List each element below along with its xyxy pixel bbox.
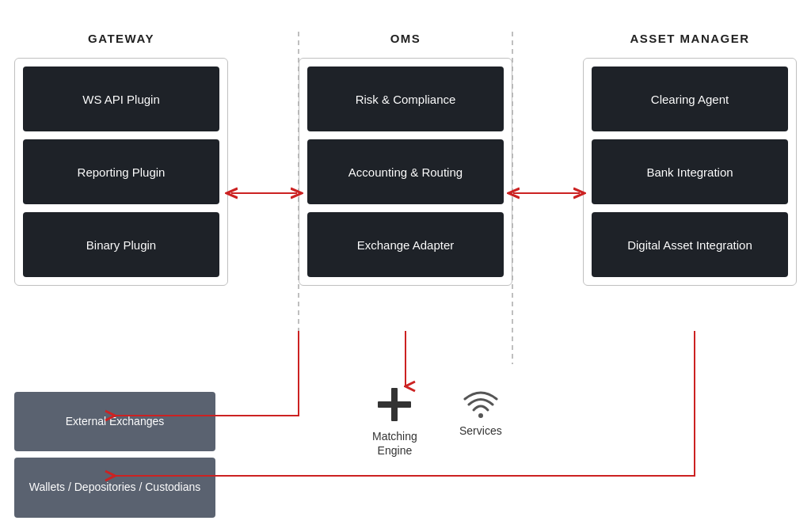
matching-engine-label2: MatchingEngine [372, 429, 417, 458]
gateway-title: GATEWAY [88, 32, 154, 45]
asset-manager-column: ASSET MANAGER Clearing Agent Bank Integr… [583, 32, 797, 286]
oms-column: OMS Risk & Compliance Accounting & Routi… [299, 32, 512, 286]
bank-integration-card: Bank Integration [592, 139, 788, 204]
columns-row: GATEWAY WS API Plugin Reporting Plugin B… [0, 0, 811, 286]
svg-point-14 [478, 413, 483, 418]
external-exchanges-card: External Exchanges [14, 392, 215, 452]
bottom-left: External Exchanges Wallets / Depositorie… [0, 392, 230, 532]
asset-manager-title: ASSET MANAGER [630, 32, 749, 45]
accounting-routing-card: Accounting & Routing [307, 139, 504, 204]
ws-api-plugin-card: WS API Plugin [23, 66, 219, 131]
gateway-column: GATEWAY WS API Plugin Reporting Plugin B… [14, 32, 228, 286]
services-label2: Services [459, 424, 502, 437]
digital-asset-card: Digital Asset Integration [592, 212, 788, 277]
services-container: Services [459, 386, 502, 437]
diagram: GATEWAY WS API Plugin Reporting Plugin B… [0, 0, 811, 532]
oms-title: OMS [390, 32, 421, 45]
reporting-plugin-card: Reporting Plugin [23, 139, 219, 204]
services-wifi-icon [463, 386, 499, 418]
bottom-right-spacer [230, 392, 459, 532]
risk-compliance-card: Risk & Compliance [307, 66, 504, 131]
matching-engine-container: MatchingEngine [372, 386, 417, 458]
asset-manager-box: Clearing Agent Bank Integration Digital … [583, 58, 797, 286]
oms-box: Risk & Compliance Accounting & Routing E… [299, 58, 512, 286]
clearing-agent-card: Clearing Agent [592, 66, 788, 131]
matching-engine-cross-icon [376, 386, 413, 423]
gateway-box: WS API Plugin Reporting Plugin Binary Pl… [14, 58, 228, 286]
svg-rect-13 [378, 401, 411, 408]
wallets-depositories-card: Wallets / Depositories / Custodians [14, 458, 215, 518]
binary-plugin-card: Binary Plugin [23, 212, 219, 277]
exchange-adapter-card: Exchange Adapter [307, 212, 504, 277]
